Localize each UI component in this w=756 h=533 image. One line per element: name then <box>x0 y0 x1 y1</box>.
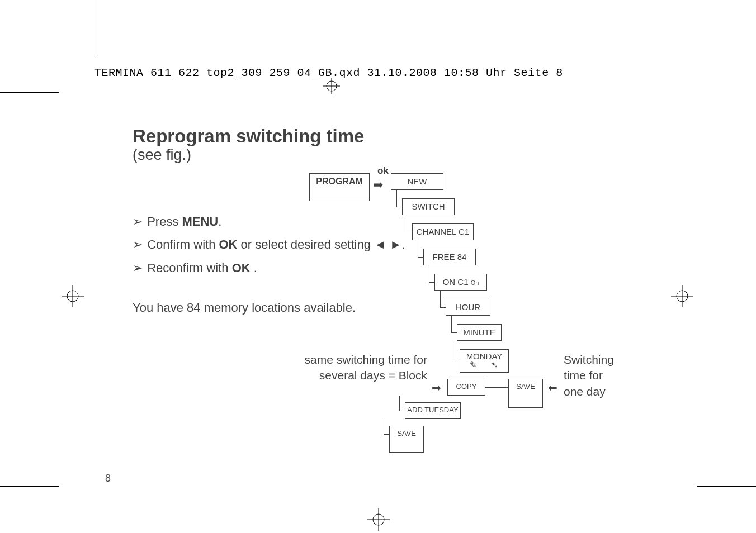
registration-mark-header <box>323 78 340 97</box>
crop-mark <box>0 486 59 487</box>
box-minute: MINUTE <box>457 324 502 341</box>
label-oneday: Switching time for one day <box>564 352 614 399</box>
box-add-tuesday: ADD TUESDAY <box>405 402 461 419</box>
box-monday: MONDAY ✎ ➷ <box>460 349 509 373</box>
connector-line <box>440 291 446 308</box>
box-channel: CHANNEL C1 <box>412 223 474 240</box>
crop-mark <box>94 0 94 57</box>
arrow-right-icon: ➡ <box>373 178 383 192</box>
connector-line <box>456 341 461 358</box>
instruction-text: . <box>251 261 257 275</box>
box-onc1: ON C1 On <box>434 274 487 291</box>
label-oneday-line1: Switching <box>564 353 614 366</box>
bullet-icon: ➢ <box>133 234 144 255</box>
label-oneday-line2: time for <box>564 369 603 382</box>
label-block-line1: same switching time for <box>305 353 427 366</box>
ok-bold: OK <box>219 237 237 251</box>
instruction-row: ➢ Confirm with OK or select desired sett… <box>133 234 405 255</box>
label-oneday-line3: one day <box>564 385 606 398</box>
ok-bold: OK <box>232 261 251 275</box>
onc1-label: ON C1 <box>443 277 469 287</box>
instruction-list: ➢ Press MENU. ➢ Confirm with OK or selec… <box>133 211 405 280</box>
connector-line <box>451 316 457 333</box>
connector-line <box>429 265 435 283</box>
registration-mark-right <box>671 285 693 307</box>
instruction-row: ➢ Reconfirm with OK . <box>133 258 405 278</box>
connector-line <box>396 190 403 207</box>
box-program: PROGRAM <box>309 173 370 201</box>
box-hour: HOUR <box>446 299 490 316</box>
instruction-text: or select desired setting ◄ ►. <box>237 237 405 251</box>
monday-arrows-icon: ✎ ➷ <box>460 360 508 370</box>
crop-mark <box>0 92 59 93</box>
instruction-text: Confirm with <box>147 237 219 251</box>
page-subtitle: (see fig.) <box>133 146 191 164</box>
box-save-right: SAVE <box>508 379 543 408</box>
arrow-left-icon: ⬅ <box>548 381 557 394</box>
registration-mark-left <box>62 285 84 307</box>
memory-info: You have 84 memory locations available. <box>133 301 356 315</box>
box-new: NEW <box>391 173 443 190</box>
menu-bold: MENU <box>182 215 218 229</box>
box-copy: COPY <box>447 379 485 396</box>
instruction-text: Press <box>147 215 182 229</box>
crop-mark <box>697 486 756 487</box>
onc1-sub: On <box>471 279 479 286</box>
instruction-row: ➢ Press MENU. <box>133 211 405 232</box>
box-switch: SWITCH <box>402 198 455 215</box>
connector-line <box>399 396 405 411</box>
box-save-left: SAVE <box>389 426 424 453</box>
instruction-text: . <box>218 215 221 229</box>
ok-label: ok <box>377 165 389 177</box>
bullet-icon: ➢ <box>133 211 144 232</box>
label-block: same switching time for several days = B… <box>282 352 427 384</box>
label-block-line2: several days = Block <box>319 369 427 382</box>
registration-mark-bottom <box>367 508 390 531</box>
connector-line <box>384 419 390 435</box>
arrow-right-icon: ➡ <box>432 381 441 394</box>
box-free: FREE 84 <box>423 249 476 265</box>
connector-line <box>407 215 413 232</box>
page-title: Reprogram switching time <box>133 126 364 147</box>
connector-line <box>418 240 424 258</box>
instruction-text: Reconfirm with <box>147 261 232 275</box>
page-number: 8 <box>105 473 111 484</box>
bullet-icon: ➢ <box>133 258 144 278</box>
connector-line <box>485 387 508 388</box>
